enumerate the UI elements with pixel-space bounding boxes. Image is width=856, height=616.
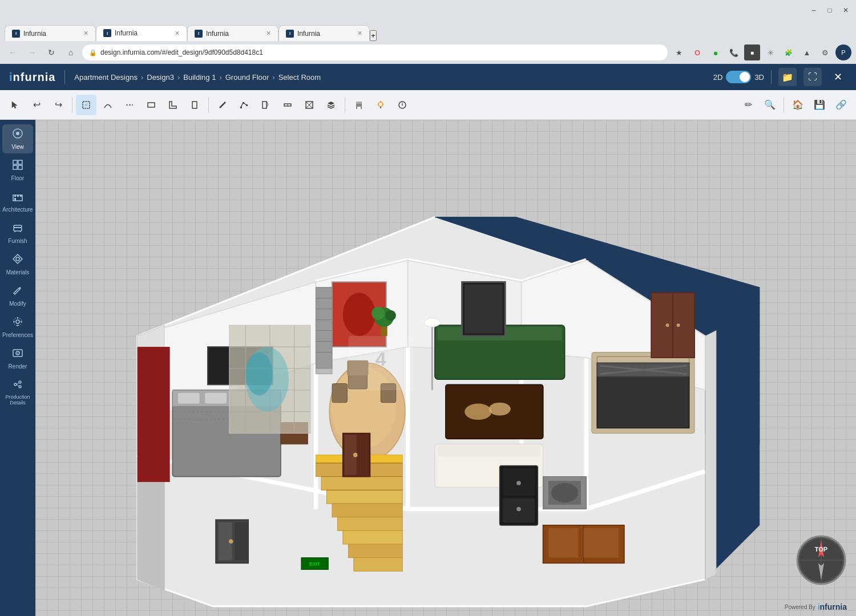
vpn-button[interactable]: ● (708, 44, 724, 60)
toolbar: ↩ ↪ (0, 90, 856, 120)
select-tool-btn[interactable] (76, 95, 96, 115)
breadcrumb-floor[interactable]: Ground Floor (225, 73, 269, 82)
powered-by-label: Powered By (785, 604, 815, 610)
layers-tool-btn[interactable] (321, 95, 341, 115)
light-tool-btn[interactable] (370, 95, 391, 115)
svg-rect-154 (337, 517, 402, 531)
svg-point-54 (19, 386, 21, 388)
sidebar-item-preferences[interactable]: Preferences (2, 313, 33, 342)
folder-button[interactable]: 📁 (778, 68, 797, 86)
dashed-line-tool-btn[interactable] (119, 95, 140, 115)
sidebar-item-render[interactable]: Render (2, 344, 33, 373)
preferences-icon (12, 316, 23, 330)
fullscreen-button[interactable]: ⛶ (803, 68, 822, 86)
maximize-button[interactable]: □ (824, 5, 835, 16)
search-right-btn[interactable]: 🔍 (760, 95, 780, 115)
ext3-button[interactable]: ▲ (799, 44, 815, 60)
tab-close-1[interactable]: ✕ (83, 30, 88, 37)
opera-button[interactable]: O (689, 44, 705, 60)
close-button[interactable]: ✕ (840, 5, 851, 16)
grid-hatch-tool-btn[interactable] (299, 95, 320, 115)
floor-icon (12, 159, 23, 173)
tab-title-2: Infurnia (115, 29, 171, 37)
back-button[interactable]: ← (5, 44, 21, 60)
3d-label: 3D (754, 73, 764, 82)
url-bar[interactable]: 🔒 design.infurnia.com/#/edit_design/9df0… (82, 44, 668, 60)
browser-tab-1[interactable]: i Infurnia ✕ (5, 25, 96, 41)
sidebar-item-furnish[interactable]: Furnish (2, 218, 33, 248)
breadcrumb-design3[interactable]: Design3 (147, 73, 174, 82)
home-right-btn[interactable]: 🏠 (788, 95, 808, 115)
save-right-btn[interactable]: 💾 (809, 95, 830, 115)
tab-favicon-2: i (103, 29, 111, 37)
svg-rect-80 (205, 393, 227, 404)
share-right-btn[interactable]: 🔗 (831, 95, 851, 115)
minimize-button[interactable]: – (808, 5, 819, 16)
measure-tool-btn[interactable] (392, 95, 413, 115)
sidebar-item-architecture[interactable]: Architecture (2, 187, 33, 216)
svg-point-43 (16, 320, 19, 323)
nav-divider-1 (64, 70, 65, 84)
sidebar-item-materials[interactable]: Materials (2, 250, 33, 279)
chair-3d-tool-btn[interactable] (349, 95, 369, 115)
arc-tool-btn[interactable] (98, 95, 118, 115)
view-mode-toggle[interactable] (726, 71, 751, 83)
svg-point-126 (430, 320, 435, 325)
wall-tool-btn[interactable] (212, 95, 233, 115)
browser-tab-3[interactable]: i Infurnia ✕ (187, 25, 278, 41)
materials-icon (12, 253, 23, 268)
pencil-right-btn[interactable]: ✏ (738, 95, 758, 115)
sidebar-item-modify[interactable]: Modify (2, 281, 33, 310)
svg-rect-37 (14, 228, 22, 231)
powered-by-brand: infurnia (818, 602, 847, 611)
add-tab-button[interactable]: + (370, 30, 377, 41)
column-tool-btn[interactable] (184, 95, 205, 115)
sidebar-item-production[interactable]: ProductionDetails (2, 375, 33, 410)
svg-point-135 (666, 323, 669, 327)
svg-rect-33 (14, 195, 16, 197)
browser-tab-4[interactable]: i Infurnia ✕ (278, 25, 370, 41)
tool-sep-1 (72, 97, 72, 113)
whatsapp-button[interactable]: 📞 (726, 44, 742, 60)
forward-button[interactable]: → (24, 44, 40, 60)
svg-text:4: 4 (375, 348, 386, 370)
svg-rect-6 (243, 102, 244, 104)
ext2-button[interactable]: ✳ (762, 44, 778, 60)
sidebar-item-view[interactable]: View (2, 124, 33, 153)
svg-point-42 (16, 257, 19, 261)
l-shape-tool-btn[interactable] (163, 95, 183, 115)
breadcrumb-building[interactable]: Building 1 (183, 73, 216, 82)
profile-button[interactable]: P (835, 44, 851, 60)
breadcrumb-apartment[interactable]: Apartment Designs (74, 73, 138, 82)
ext4-button[interactable]: ⚙ (817, 44, 833, 60)
browser-tab-2[interactable]: i Infurnia ✕ (96, 25, 187, 41)
ext1-button[interactable]: ■ (744, 44, 760, 60)
toggle-knob (740, 72, 750, 82)
tab-favicon-3: i (195, 30, 203, 38)
pointer-tool-btn[interactable] (5, 95, 25, 115)
refresh-button[interactable]: ↻ (43, 44, 59, 60)
svg-rect-28 (13, 160, 17, 164)
svg-rect-152 (326, 490, 402, 504)
tool-sep-4 (784, 97, 784, 113)
tab-close-2[interactable]: ✕ (175, 30, 180, 37)
bottom-left-room (216, 520, 248, 563)
tab-close-4[interactable]: ✕ (357, 30, 362, 37)
undo-tool-btn[interactable]: ↩ (26, 95, 47, 115)
bookmark-button[interactable]: ★ (671, 44, 687, 60)
canvas-area[interactable]: EXIT (35, 120, 856, 616)
home-button[interactable]: ⌂ (63, 44, 79, 60)
extensions-button[interactable]: 🧩 (781, 44, 797, 60)
polyline-tool-btn[interactable] (234, 95, 255, 115)
tab-close-3[interactable]: ✕ (266, 30, 271, 37)
redo-tool-btn[interactable]: ↪ (48, 95, 68, 115)
window-tool-btn[interactable] (277, 95, 298, 115)
svg-rect-169 (358, 435, 368, 475)
door-tool-btn[interactable] (256, 95, 276, 115)
svg-rect-116 (522, 342, 559, 374)
upper-staircase (316, 287, 332, 368)
svg-rect-148 (584, 528, 619, 558)
sidebar-item-floor[interactable]: Floor (2, 156, 33, 185)
rect-tool-btn[interactable] (141, 95, 161, 115)
close-design-button[interactable]: ✕ (829, 68, 847, 86)
